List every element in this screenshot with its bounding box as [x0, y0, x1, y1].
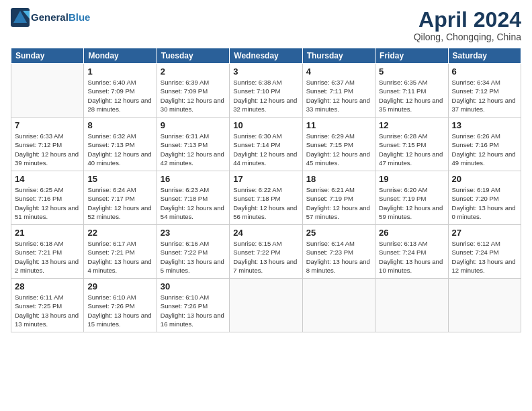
logo-text: GeneralBlue [31, 12, 90, 24]
day-info: Sunrise: 6:10 AM Sunset: 7:26 PM Dayligh… [87, 293, 152, 328]
day-info: Sunrise: 6:12 AM Sunset: 7:24 PM Dayligh… [452, 239, 517, 275]
calendar-week-row: 28Sunrise: 6:11 AM Sunset: 7:25 PM Dayli… [11, 279, 521, 332]
table-row: 13Sunrise: 6:26 AM Sunset: 7:16 PM Dayli… [448, 118, 521, 171]
table-row: 7Sunrise: 6:33 AM Sunset: 7:12 PM Daylig… [11, 118, 84, 171]
calendar-title: April 2024 [414, 8, 521, 32]
day-number: 28 [15, 281, 80, 291]
day-number: 13 [452, 120, 517, 130]
day-number: 22 [87, 228, 152, 238]
col-wednesday: Wednesday [230, 48, 302, 64]
day-info: Sunrise: 6:38 AM Sunset: 7:10 PM Dayligh… [233, 78, 298, 113]
table-row: 19Sunrise: 6:20 AM Sunset: 7:19 PM Dayli… [375, 171, 448, 225]
day-number: 2 [161, 66, 226, 77]
table-row: 4Sunrise: 6:37 AM Sunset: 7:11 PM Daylig… [302, 64, 375, 118]
table-row [448, 279, 521, 332]
title-block: April 2024 Qilong, Chongqing, China [414, 8, 521, 42]
table-row [11, 64, 84, 118]
day-info: Sunrise: 6:19 AM Sunset: 7:20 PM Dayligh… [452, 185, 517, 221]
day-info: Sunrise: 6:39 AM Sunset: 7:09 PM Dayligh… [161, 78, 226, 113]
day-number: 24 [233, 228, 298, 238]
table-row: 26Sunrise: 6:13 AM Sunset: 7:24 PM Dayli… [375, 225, 448, 279]
day-number: 19 [379, 174, 444, 184]
day-info: Sunrise: 6:29 AM Sunset: 7:15 PM Dayligh… [306, 132, 371, 167]
table-row: 15Sunrise: 6:24 AM Sunset: 7:17 PM Dayli… [84, 171, 157, 225]
day-info: Sunrise: 6:35 AM Sunset: 7:11 PM Dayligh… [379, 78, 444, 113]
table-row: 16Sunrise: 6:23 AM Sunset: 7:18 PM Dayli… [157, 171, 229, 225]
day-info: Sunrise: 6:25 AM Sunset: 7:16 PM Dayligh… [15, 185, 80, 221]
table-row: 25Sunrise: 6:14 AM Sunset: 7:23 PM Dayli… [302, 225, 375, 279]
day-number: 18 [306, 174, 371, 184]
day-info: Sunrise: 6:37 AM Sunset: 7:11 PM Dayligh… [306, 78, 371, 113]
col-sunday: Sunday [11, 48, 84, 64]
col-thursday: Thursday [302, 48, 375, 64]
day-info: Sunrise: 6:18 AM Sunset: 7:21 PM Dayligh… [15, 239, 80, 275]
day-number: 14 [15, 174, 80, 184]
calendar-header-row: Sunday Monday Tuesday Wednesday Thursday… [11, 48, 521, 64]
table-row: 6Sunrise: 6:34 AM Sunset: 7:12 PM Daylig… [448, 64, 521, 118]
table-row: 17Sunrise: 6:22 AM Sunset: 7:18 PM Dayli… [230, 171, 302, 225]
calendar-week-row: 14Sunrise: 6:25 AM Sunset: 7:16 PM Dayli… [11, 171, 521, 225]
day-info: Sunrise: 6:26 AM Sunset: 7:16 PM Dayligh… [452, 132, 517, 167]
day-info: Sunrise: 6:33 AM Sunset: 7:12 PM Dayligh… [15, 132, 80, 167]
table-row: 22Sunrise: 6:17 AM Sunset: 7:21 PM Dayli… [84, 225, 157, 279]
day-number: 17 [233, 174, 298, 184]
logo: GeneralBlue [11, 8, 90, 27]
day-number: 27 [452, 228, 517, 238]
table-row: 29Sunrise: 6:10 AM Sunset: 7:26 PM Dayli… [84, 279, 157, 332]
day-info: Sunrise: 6:34 AM Sunset: 7:12 PM Dayligh… [452, 78, 517, 113]
day-info: Sunrise: 6:24 AM Sunset: 7:17 PM Dayligh… [87, 185, 152, 221]
table-row [302, 279, 375, 332]
day-info: Sunrise: 6:21 AM Sunset: 7:19 PM Dayligh… [306, 185, 371, 221]
calendar-week-row: 7Sunrise: 6:33 AM Sunset: 7:12 PM Daylig… [11, 118, 521, 171]
day-info: Sunrise: 6:20 AM Sunset: 7:19 PM Dayligh… [379, 185, 444, 221]
table-row: 12Sunrise: 6:28 AM Sunset: 7:15 PM Dayli… [375, 118, 448, 171]
day-number: 8 [87, 120, 152, 130]
table-row: 14Sunrise: 6:25 AM Sunset: 7:16 PM Dayli… [11, 171, 84, 225]
day-number: 16 [161, 174, 226, 184]
day-number: 11 [306, 120, 371, 130]
table-row: 21Sunrise: 6:18 AM Sunset: 7:21 PM Dayli… [11, 225, 84, 279]
day-info: Sunrise: 6:11 AM Sunset: 7:25 PM Dayligh… [15, 293, 80, 328]
table-row: 20Sunrise: 6:19 AM Sunset: 7:20 PM Dayli… [448, 171, 521, 225]
col-friday: Friday [375, 48, 448, 64]
day-number: 30 [161, 281, 226, 291]
day-info: Sunrise: 6:32 AM Sunset: 7:13 PM Dayligh… [87, 132, 152, 167]
day-number: 15 [87, 174, 152, 184]
day-number: 12 [379, 120, 444, 130]
table-row: 18Sunrise: 6:21 AM Sunset: 7:19 PM Dayli… [302, 171, 375, 225]
day-info: Sunrise: 6:22 AM Sunset: 7:18 PM Dayligh… [233, 185, 298, 221]
day-number: 3 [233, 66, 298, 77]
day-number: 7 [15, 120, 80, 130]
table-row: 27Sunrise: 6:12 AM Sunset: 7:24 PM Dayli… [448, 225, 521, 279]
table-row: 28Sunrise: 6:11 AM Sunset: 7:25 PM Dayli… [11, 279, 84, 332]
table-row: 11Sunrise: 6:29 AM Sunset: 7:15 PM Dayli… [302, 118, 375, 171]
table-row: 2Sunrise: 6:39 AM Sunset: 7:09 PM Daylig… [157, 64, 229, 118]
calendar-week-row: 21Sunrise: 6:18 AM Sunset: 7:21 PM Dayli… [11, 225, 521, 279]
day-number: 1 [87, 66, 152, 77]
header: GeneralBlue April 2024 Qilong, Chongqing… [11, 8, 521, 42]
col-saturday: Saturday [448, 48, 521, 64]
logo-icon [11, 8, 30, 27]
day-info: Sunrise: 6:15 AM Sunset: 7:22 PM Dayligh… [233, 239, 298, 275]
day-number: 5 [379, 66, 444, 77]
table-row: 10Sunrise: 6:30 AM Sunset: 7:14 PM Dayli… [230, 118, 302, 171]
table-row: 23Sunrise: 6:16 AM Sunset: 7:22 PM Dayli… [157, 225, 229, 279]
day-info: Sunrise: 6:28 AM Sunset: 7:15 PM Dayligh… [379, 132, 444, 167]
day-number: 23 [161, 228, 226, 238]
table-row: 3Sunrise: 6:38 AM Sunset: 7:10 PM Daylig… [230, 64, 302, 118]
day-info: Sunrise: 6:14 AM Sunset: 7:23 PM Dayligh… [306, 239, 371, 275]
table-row: 8Sunrise: 6:32 AM Sunset: 7:13 PM Daylig… [84, 118, 157, 171]
calendar-subtitle: Qilong, Chongqing, China [414, 32, 521, 42]
day-info: Sunrise: 6:40 AM Sunset: 7:09 PM Dayligh… [87, 78, 152, 113]
day-number: 21 [15, 228, 80, 238]
day-info: Sunrise: 6:13 AM Sunset: 7:24 PM Dayligh… [379, 239, 444, 275]
table-row: 5Sunrise: 6:35 AM Sunset: 7:11 PM Daylig… [375, 64, 448, 118]
day-info: Sunrise: 6:10 AM Sunset: 7:26 PM Dayligh… [161, 293, 226, 328]
day-info: Sunrise: 6:16 AM Sunset: 7:22 PM Dayligh… [161, 239, 226, 275]
day-info: Sunrise: 6:30 AM Sunset: 7:14 PM Dayligh… [233, 132, 298, 167]
calendar-table: Sunday Monday Tuesday Wednesday Thursday… [11, 48, 521, 332]
day-number: 25 [306, 228, 371, 238]
table-row: 30Sunrise: 6:10 AM Sunset: 7:26 PM Dayli… [157, 279, 229, 332]
col-tuesday: Tuesday [157, 48, 229, 64]
table-row: 24Sunrise: 6:15 AM Sunset: 7:22 PM Dayli… [230, 225, 302, 279]
